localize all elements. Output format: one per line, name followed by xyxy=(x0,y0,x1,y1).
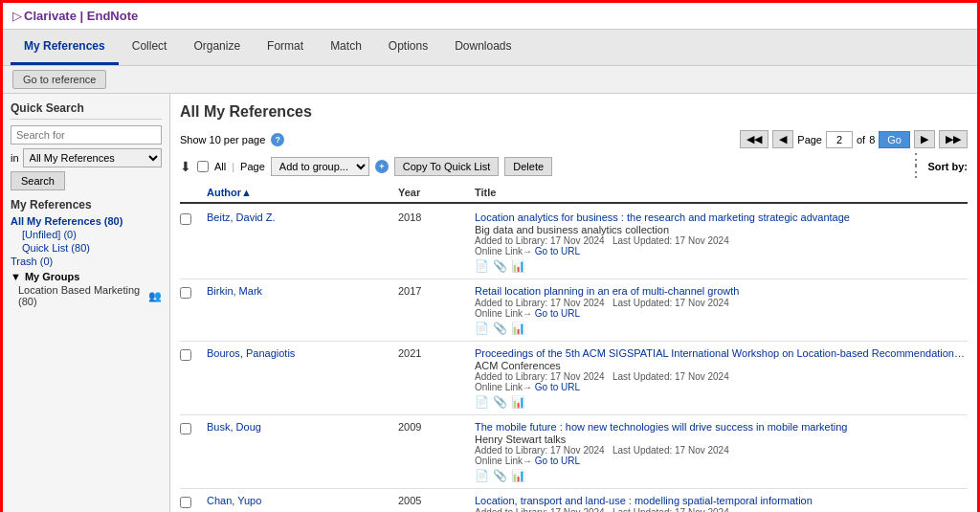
header: ▷ Clarivate | EndNote xyxy=(3,3,977,30)
file-icon-3[interactable]: 📄 xyxy=(475,469,489,482)
check-all-checkbox[interactable] xyxy=(197,161,209,172)
row-checkbox-0[interactable] xyxy=(180,213,191,225)
ref-details-4: Location, transport and land-use : model… xyxy=(475,495,968,512)
of-label: of xyxy=(857,134,865,145)
search-in-label: in xyxy=(11,152,19,164)
ref-year-0: 2018 xyxy=(398,211,475,223)
row-checkbox-4[interactable] xyxy=(180,497,191,508)
ref-title-4[interactable]: Location, transport and land-use : model… xyxy=(475,495,968,506)
page-number-input[interactable] xyxy=(826,131,853,148)
ref-details-3: The mobile future : how new technologies… xyxy=(475,421,968,482)
file-icon-0[interactable]: 📄 xyxy=(475,259,489,273)
chart-icon-0[interactable]: 📊 xyxy=(511,259,525,273)
file-icon-2[interactable]: 📄 xyxy=(475,395,489,409)
row-checkbox-2[interactable] xyxy=(180,349,191,361)
group-icon: 👥 xyxy=(148,290,162,302)
clarivate-text: Clarivate | EndNote xyxy=(24,9,138,23)
ref-link-1: Online Link→ Go to URL xyxy=(475,308,968,319)
nav-item-format[interactable]: Format xyxy=(254,30,317,65)
toolbar-row-2: ⬇ All | Page Add to group... + Copy To Q… xyxy=(180,154,968,179)
nav-item-match[interactable]: Match xyxy=(317,30,375,65)
unfiled-link[interactable]: [Unfiled] (0) xyxy=(11,229,162,240)
add-group-icon[interactable]: + xyxy=(375,160,389,173)
my-references-heading: My References xyxy=(11,198,162,211)
table-row: Birkin, Mark 2017 Retail location planni… xyxy=(180,279,968,342)
quick-search-section: Quick Search in All My References Search xyxy=(11,101,162,190)
sidebar: Quick Search in All My References Search… xyxy=(3,94,170,512)
search-scope-select[interactable]: All My References xyxy=(23,148,162,167)
ref-title-3[interactable]: The mobile future : how new technologies… xyxy=(475,421,968,433)
first-page-button[interactable]: ◀◀ xyxy=(740,130,768,148)
next-page-button[interactable]: ▶ xyxy=(914,130,935,148)
file-icon-1[interactable]: 📄 xyxy=(475,322,489,335)
all-my-references-link[interactable]: All My References (80) xyxy=(11,215,162,227)
ref-year-4: 2005 xyxy=(398,495,475,506)
ref-author-4[interactable]: Chan, Yupo xyxy=(207,495,398,506)
ref-details-1: Retail location planning in an era of mu… xyxy=(475,285,968,335)
chart-icon-2[interactable]: 📊 xyxy=(511,395,525,409)
my-groups-heading: ▼ My Groups xyxy=(11,271,162,282)
ref-icons-3: 📄 📎 📊 xyxy=(475,469,968,482)
chart-icon-1[interactable]: 📊 xyxy=(511,322,525,335)
paperclip-icon-1[interactable]: 📎 xyxy=(493,322,507,335)
toolbar-row-1: Show 10 per page ? ◀◀ ◀ Page of 8 Go ▶ ▶… xyxy=(180,130,968,148)
total-pages: 8 xyxy=(869,134,875,145)
ref-meta-0: Added to Library: 17 Nov 2024 Last Updat… xyxy=(475,235,968,246)
year-column-header: Year xyxy=(398,187,475,198)
paperclip-icon-0[interactable]: 📎 xyxy=(493,259,507,273)
sort-by-label: Sort by: xyxy=(927,161,968,172)
go-to-url-3[interactable]: Go to URL xyxy=(535,456,580,466)
down-arrow-icon: ⬇ xyxy=(180,159,191,174)
search-input[interactable] xyxy=(11,125,162,145)
ref-icons-2: 📄 📎 📊 xyxy=(475,395,968,409)
go-to-url-1[interactable]: Go to URL xyxy=(535,308,580,319)
nav-item-collect[interactable]: Collect xyxy=(119,30,181,65)
go-to-url-0[interactable]: Go to URL xyxy=(535,246,580,256)
ref-meta-4: Added to Library: 17 Nov 2024 Last Updat… xyxy=(475,507,968,512)
paperclip-icon-3[interactable]: 📎 xyxy=(493,469,507,482)
ref-author-0[interactable]: Beitz, David Z. xyxy=(207,211,398,223)
go-to-reference-button[interactable]: Go to reference xyxy=(12,70,106,89)
ref-link-3: Online Link→ Go to URL xyxy=(475,456,968,466)
ref-link-0: Online Link→ Go to URL xyxy=(475,246,968,256)
ref-subtitle-0: Big data and business analytics collecti… xyxy=(475,224,968,235)
table-row: Beitz, David Z. 2018 Location analytics … xyxy=(180,206,968,279)
ref-title-0[interactable]: Location analytics for business : the re… xyxy=(475,211,968,223)
go-to-url-2[interactable]: Go to URL xyxy=(535,382,580,392)
main-nav: My References Collect Organize Format Ma… xyxy=(3,30,977,66)
nav-item-my-references[interactable]: My References xyxy=(11,30,119,65)
ref-title-1[interactable]: Retail location planning in an era of mu… xyxy=(475,285,968,297)
go-page-button[interactable]: Go xyxy=(879,131,910,148)
author-column-header[interactable]: Author▲ xyxy=(207,187,398,198)
ref-author-1[interactable]: Birkin, Mark xyxy=(207,285,398,297)
ref-author-3[interactable]: Busk, Doug xyxy=(207,421,398,433)
paperclip-icon-2[interactable]: 📎 xyxy=(493,395,507,409)
ref-icons-0: 📄 📎 📊 xyxy=(475,259,968,273)
add-to-group-select[interactable]: Add to group... xyxy=(271,157,369,176)
nav-item-organize[interactable]: Organize xyxy=(180,30,254,65)
info-icon[interactable]: ? xyxy=(271,133,284,146)
quick-list-link[interactable]: Quick List (80) xyxy=(11,242,162,254)
nav-item-options[interactable]: Options xyxy=(375,30,441,65)
delete-button[interactable]: Delete xyxy=(504,157,552,176)
ref-year-3: 2009 xyxy=(398,421,475,433)
search-button[interactable]: Search xyxy=(11,171,65,190)
ref-title-2[interactable]: Proceedings of the 5th ACM SIGSPATIAL In… xyxy=(475,347,968,359)
page-title: All My References xyxy=(180,103,968,121)
nav-item-downloads[interactable]: Downloads xyxy=(441,30,524,65)
row-checkbox-3[interactable] xyxy=(180,423,191,434)
chart-icon-3[interactable]: 📊 xyxy=(511,469,525,482)
page-label: Page xyxy=(797,134,822,145)
row-checkbox-1[interactable] xyxy=(180,287,191,299)
last-page-button[interactable]: ▶▶ xyxy=(939,130,968,148)
sort-dots: ⋮⋮ xyxy=(908,154,924,179)
ref-meta-3: Added to Library: 17 Nov 2024 Last Updat… xyxy=(475,445,968,456)
group-location-based-marketing[interactable]: Location Based Marketing (80) 👥 xyxy=(11,284,162,307)
content-area: All My References Show 10 per page ? ◀◀ … xyxy=(170,94,977,512)
my-references-section: My References All My References (80) [Un… xyxy=(11,198,162,307)
table-row: Chan, Yupo 2005 Location, transport and … xyxy=(180,489,968,512)
copy-to-quick-list-button[interactable]: Copy To Quick List xyxy=(394,157,500,176)
prev-page-button[interactable]: ◀ xyxy=(772,130,793,148)
ref-author-2[interactable]: Bouros, Panagiotis xyxy=(207,347,398,359)
trash-link[interactable]: Trash (0) xyxy=(11,256,162,267)
